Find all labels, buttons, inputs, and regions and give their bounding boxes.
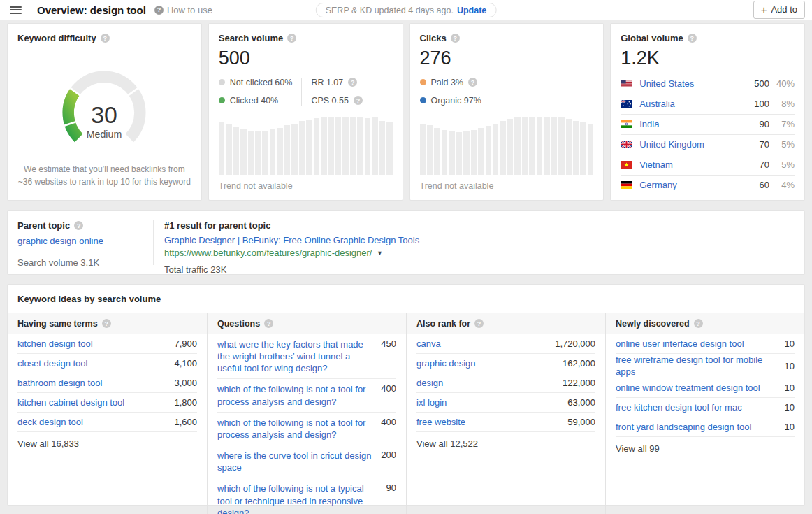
trend-bar: [365, 118, 370, 175]
country-percent: 5%: [769, 139, 795, 150]
keyword-volume: 59,000: [567, 417, 595, 427]
legend-item: Paid 3%: [420, 78, 481, 87]
help-icon[interactable]: [694, 319, 703, 328]
keyword-volume: 7,900: [174, 338, 197, 349]
how-to-use-link[interactable]: How to use: [154, 5, 212, 15]
help-icon[interactable]: [287, 34, 296, 43]
trend-note: Trend not available: [219, 181, 393, 191]
keyword-link[interactable]: bathroom design tool: [17, 377, 168, 389]
country-link[interactable]: United States: [639, 78, 694, 89]
keyword-link[interactable]: kitchen cabinet design tool: [17, 397, 168, 408]
clicks-legend: Paid 3%Organic 97%: [420, 78, 594, 106]
keyword-link[interactable]: which of the following is not a tool for…: [217, 383, 375, 407]
country-link[interactable]: Vietnam: [639, 159, 672, 170]
trend-bar: [456, 132, 462, 175]
keyword-link[interactable]: canva: [416, 338, 549, 350]
country-link[interactable]: United Kingdom: [639, 139, 704, 150]
country-link[interactable]: Germany: [639, 180, 676, 190]
top-bar: Overview: design tool How to use SERP & …: [0, 0, 812, 20]
keyword-link[interactable]: free kitchen design tool for mac: [616, 401, 779, 413]
flag-gb-icon: [621, 141, 632, 148]
keyword-link[interactable]: design: [416, 377, 557, 389]
country-volume: 70: [760, 139, 769, 150]
keyword-link[interactable]: what were the key factors that made the …: [217, 338, 375, 374]
help-icon[interactable]: [74, 221, 83, 230]
keyword-ideas-title: Keyword ideas by search volume: [8, 285, 804, 313]
help-icon[interactable]: [354, 96, 363, 105]
keyword-volume: 200: [381, 450, 396, 460]
top-result-link[interactable]: Graphic Designer | BeFunky: Free Online …: [164, 235, 419, 245]
total-traffic: Total traffic 23K: [164, 264, 795, 275]
view-all-link[interactable]: View all 12,522: [416, 438, 478, 449]
update-link[interactable]: Update: [457, 6, 486, 15]
trend-bar: [427, 125, 433, 175]
view-all-link[interactable]: View all 99: [616, 443, 660, 454]
trend-bar: [255, 131, 261, 175]
keyword-link[interactable]: deck design tool: [17, 416, 168, 428]
keyword-column: Also rank forcanva1,720,000graphic desig…: [406, 313, 605, 514]
help-icon[interactable]: [101, 34, 110, 43]
keyword-volume: 400: [381, 383, 396, 394]
help-icon[interactable]: [348, 78, 357, 87]
trend-bar: [463, 131, 469, 175]
help-icon[interactable]: [451, 34, 460, 43]
keyword-link[interactable]: where is the curve tool in cricut design…: [217, 450, 375, 473]
trend-bar: [500, 121, 505, 175]
country-row: United States50040%: [621, 73, 795, 94]
keyword-link[interactable]: closet design tool: [17, 357, 168, 369]
keyword-rows: what were the key factors that made the …: [208, 334, 406, 514]
url-dropdown-caret-icon[interactable]: ▼: [377, 250, 383, 257]
trend-bar: [551, 117, 557, 175]
view-all-link[interactable]: View all 16,833: [17, 438, 79, 449]
keyword-ideas-grid: Having same termskitchen design tool7,90…: [8, 313, 804, 514]
keyword-volume: 10: [785, 422, 795, 432]
help-icon[interactable]: [102, 319, 111, 328]
keyword-link[interactable]: which of the following is not a typical …: [217, 483, 381, 514]
keyword-link[interactable]: free website: [416, 416, 562, 428]
trend-bar: [219, 122, 224, 175]
keyword-link[interactable]: online window treatment design tool: [616, 382, 779, 394]
trend-bar: [507, 119, 513, 175]
keyword-link[interactable]: free wireframe design tool for mobile ap…: [616, 354, 779, 378]
help-icon[interactable]: [688, 34, 697, 43]
keyword-link[interactable]: front yard landscaping design tool: [616, 421, 779, 433]
trend-bar: [277, 128, 282, 175]
parent-topic-link[interactable]: graphic design online: [17, 236, 103, 246]
parent-topic-right: #1 result for parent topic Graphic Desig…: [153, 220, 795, 265]
help-icon[interactable]: [264, 319, 273, 328]
clicks-value: 276: [420, 48, 594, 69]
global-volume-title: Global volume: [621, 33, 795, 43]
clicks-trend-chart: [420, 117, 594, 175]
flag-us-icon: [621, 80, 632, 87]
country-link[interactable]: India: [639, 119, 659, 129]
trend-bar: [434, 128, 440, 175]
keyword-link[interactable]: online user interface design tool: [616, 338, 779, 350]
trend-bar: [306, 120, 312, 175]
keyword-column-header: Also rank for: [407, 313, 605, 334]
keyword-link[interactable]: graphic design: [416, 357, 557, 369]
keyword-column-header: Questions: [208, 313, 406, 334]
keyword-volume: 63,000: [567, 397, 595, 408]
metric-extra-item: RR 1.07: [311, 78, 363, 87]
help-icon[interactable]: [468, 78, 477, 87]
help-icon[interactable]: [474, 319, 484, 328]
trend-bar: [522, 117, 528, 175]
trend-bar: [379, 121, 385, 175]
legend-item: Not clicked 60%: [219, 78, 293, 87]
trend-bar: [580, 122, 586, 175]
keyword-volume: 1,720,000: [555, 338, 595, 349]
keyword-link[interactable]: which of the following is not a tool for…: [217, 417, 375, 441]
keyword-link[interactable]: kitchen design tool: [17, 338, 168, 350]
add-to-button[interactable]: Add to: [753, 1, 805, 19]
keyword-volume: 10: [785, 383, 795, 393]
menu-icon[interactable]: [10, 6, 22, 14]
keyword-link[interactable]: ixl login: [416, 397, 562, 408]
legend-dot-icon: [420, 79, 426, 85]
country-link[interactable]: Australia: [639, 99, 675, 109]
keyword-volume: 10: [785, 338, 795, 349]
legend-label: Clicked 40%: [230, 96, 278, 106]
legend-item: Clicked 40%: [219, 96, 293, 106]
keyword-difficulty-title: Keyword difficulty: [17, 33, 191, 43]
trend-bar: [226, 124, 231, 175]
trend-bar: [314, 118, 319, 175]
